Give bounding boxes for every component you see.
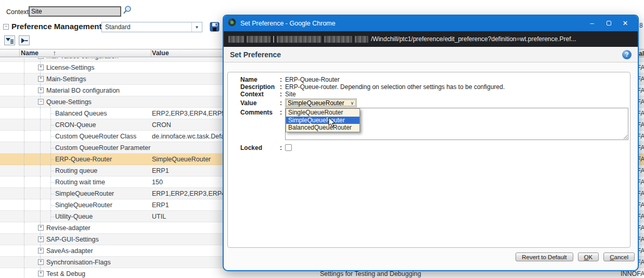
tree-guide-line (24, 199, 24, 211)
chrome-favicon (228, 18, 236, 29)
filter-list-icon (6, 37, 14, 44)
tree-guide-stub (50, 182, 55, 183)
tree-guide-line (24, 142, 24, 154)
dropdown-option[interactable]: BalancedQueueRouter (286, 124, 359, 132)
search-icon[interactable] (123, 5, 132, 17)
tree-guide-stub (50, 136, 55, 137)
address-bar: /Windchill/ptc1/preference/edit_preferen… (224, 31, 638, 47)
tree-guide-stub (50, 205, 55, 206)
tree-guide-line (24, 211, 24, 222)
preference-name: Routing wait time (55, 176, 105, 188)
expand-node-icon[interactable]: + (38, 58, 44, 59)
mouse-cursor (328, 117, 336, 130)
tree-guide-line (40, 108, 41, 119)
preference-name: Revise-adapter (46, 222, 91, 234)
dropdown-option[interactable]: SingleQueueRouter (286, 109, 359, 117)
tree-guide-line (24, 257, 24, 268)
restore-button[interactable] (600, 16, 617, 31)
minimize-button[interactable]: – (584, 16, 600, 31)
field-description-value: ERP-Queue-router. Depending on selection… (285, 83, 505, 91)
tree-guide-line (24, 188, 24, 199)
tree-guide-line (24, 62, 24, 73)
expand-node-icon[interactable]: + (38, 225, 44, 231)
tree-guide-line (24, 165, 24, 176)
sort-ascending-icon: ↑ (53, 49, 56, 57)
expand-node-icon[interactable]: + (38, 259, 44, 265)
edge-fragment-header: al (639, 50, 644, 57)
url-divider (273, 36, 274, 43)
preference-name: Material BO configuration (46, 85, 120, 96)
profile-select[interactable]: Standard ▼ (101, 22, 202, 32)
restore-icon (607, 21, 611, 26)
collapse-all-button[interactable] (19, 35, 30, 45)
tree-guide-line (24, 108, 24, 119)
dialog-titlebar[interactable]: Set Preference - Google Chrome – ✕ (224, 16, 638, 31)
redacted-url-segment (247, 36, 271, 43)
edge-fragment-top: 8 (639, 22, 643, 29)
expand-node-icon[interactable]: + (38, 87, 44, 93)
revert-to-default-button[interactable]: Revert to Default (516, 252, 573, 261)
url-text: /Windchill/ptc1/preference/edit_preferen… (371, 35, 576, 43)
locked-checkbox[interactable] (285, 144, 292, 151)
preference-name: License-Settings (46, 62, 94, 73)
chevron-down-icon: ∨ (348, 100, 356, 106)
preference-name: Custom QueueRouter Parameter (55, 142, 150, 154)
filter-list-button[interactable] (4, 35, 15, 45)
context-label: Context (6, 8, 29, 16)
tree-guide-line (40, 176, 41, 188)
tree-guide-stub (50, 194, 55, 194)
tree-guide-line (40, 165, 41, 176)
expand-node-icon[interactable]: + (38, 271, 44, 276)
tree-guide-line (40, 188, 41, 199)
preference-value: SimpleQueueRouter (152, 154, 211, 165)
preference-name: Queue-Settings (46, 96, 92, 108)
tree-guide-line (24, 73, 24, 85)
field-context: Context: Site (228, 91, 630, 98)
preference-value: 150 (152, 176, 163, 188)
column-header-value[interactable]: Value (152, 49, 169, 57)
expand-node-icon[interactable]: + (38, 248, 44, 254)
tree-guide-line (40, 119, 41, 131)
column-header-name[interactable]: Name ↑ (21, 49, 56, 57)
cancel-button[interactable]: Cancel (603, 252, 635, 261)
expand-node-icon[interactable]: + (38, 65, 44, 70)
tree-guide-line (24, 131, 24, 142)
preference-value: CRON (152, 119, 171, 131)
value-dropdown-list: SingleQueueRouterSimpleQueueRouterBalanc… (286, 108, 360, 132)
preference-name: Synchronisation-Flags (46, 257, 111, 268)
dropdown-option[interactable]: SimpleQueueRouter (286, 117, 359, 124)
tree-guide-line (24, 245, 24, 257)
collapse-all-icon (20, 37, 28, 44)
ok-button[interactable]: OK (578, 252, 599, 261)
value-select-text: SimpleQueueRouter (286, 99, 348, 107)
chevron-down-icon[interactable]: ▼ (191, 22, 202, 32)
preference-name: Utility-Queue (55, 211, 93, 222)
expand-node-icon[interactable]: + (38, 76, 44, 82)
field-context-value: Site (285, 91, 296, 98)
preference-value: de.innoface.wc.task.Default (152, 131, 231, 142)
value-select[interactable]: SimpleQueueRouter ∨ (285, 98, 357, 107)
tree-guide-line (40, 142, 41, 154)
close-button[interactable]: ✕ (617, 16, 634, 31)
preference-name: Custom QueueRouter Class (55, 131, 136, 142)
save-icon[interactable] (210, 22, 220, 32)
tree-guide-line (24, 58, 24, 62)
tree-guide-stub (50, 125, 55, 125)
tree-guide-line (24, 268, 24, 278)
preference-name: SAP-GUI-Settings (46, 234, 99, 245)
profile-select-value: Standard (102, 23, 191, 31)
tree-guide-stub (50, 159, 55, 160)
field-locked: Locked: (228, 144, 630, 151)
preference-value: ERP1 (152, 199, 169, 211)
expand-node-icon[interactable]: + (38, 236, 44, 242)
tree-guide-line (40, 154, 41, 165)
collapse-section-icon[interactable]: − (3, 24, 9, 30)
dialog-page-title: Set Preference (230, 50, 622, 59)
redacted-url-segment (324, 36, 352, 43)
tree-guide-line (24, 222, 24, 234)
tree-guide-line (24, 176, 24, 188)
context-input[interactable] (29, 6, 121, 17)
field-name: Name: ERP-Queue-Router (228, 76, 630, 83)
collapse-node-icon[interactable]: − (38, 99, 44, 105)
help-icon[interactable]: ? (622, 50, 632, 59)
